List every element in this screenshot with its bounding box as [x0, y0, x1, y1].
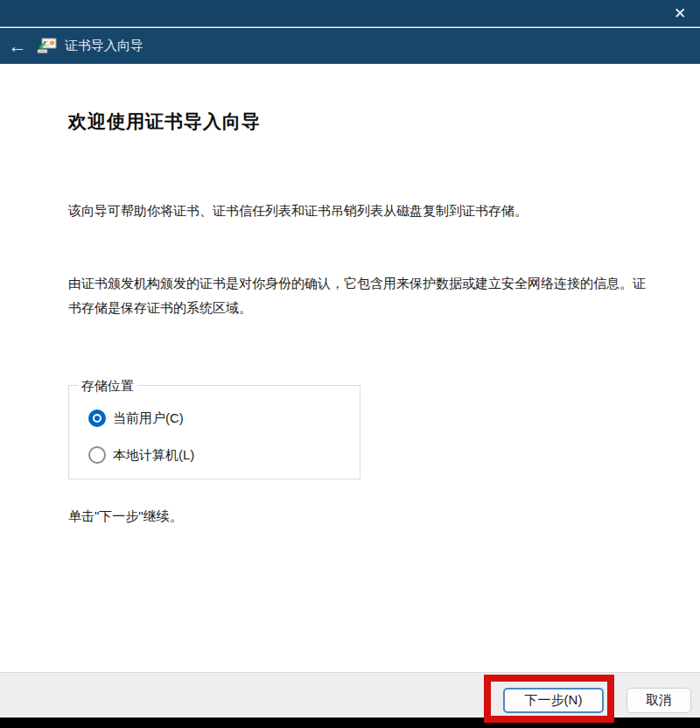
certificate-import-wizard-window: ✕ ← 证书导入向导 欢迎使用证书导入向导 该向导可帮助你将证书、证书信任列表和… [0, 0, 700, 728]
radio-current-user-label: 当前用户(C) [113, 410, 184, 427]
store-location-groupbox: 存储位置 当前用户(C) 本地计算机(L) [68, 385, 360, 480]
close-icon: ✕ [674, 6, 686, 21]
radio-local-machine[interactable]: 本地计算机(L) [88, 446, 360, 464]
wizard-page-content: 欢迎使用证书导入向导 该向导可帮助你将证书、证书信任列表和证书吊销列表从磁盘复制… [0, 64, 700, 672]
radio-local-machine-label: 本地计算机(L) [113, 447, 194, 464]
window-top-bar: ✕ [0, 0, 700, 27]
description-paragraph-1: 该向导可帮助你将证书、证书信任列表和证书吊销列表从磁盘复制到证书存储。 [68, 199, 646, 223]
radio-button-selected-icon[interactable] [88, 410, 106, 427]
cancel-button[interactable]: 取消 [626, 688, 691, 713]
page-title: 欢迎使用证书导入向导 [68, 109, 646, 134]
close-button[interactable]: ✕ [662, 0, 698, 26]
radio-button-unselected-icon[interactable] [88, 446, 106, 464]
click-next-note: 单击"下一步"继续。 [68, 508, 646, 525]
wizard-titlebar: ← 证书导入向导 [0, 28, 700, 64]
back-button[interactable]: ← [0, 37, 35, 55]
radio-current-user[interactable]: 当前用户(C) [88, 410, 360, 427]
bottom-black-bar [0, 718, 700, 728]
store-location-legend: 存储位置 [78, 378, 137, 395]
back-arrow-icon: ← [9, 36, 27, 56]
certificate-import-icon [37, 38, 58, 55]
window-title: 证书导入向导 [65, 38, 144, 54]
description-paragraph-2: 由证书颁发机构颁发的证书是对你身份的确认，它包含用来保护数据或建立安全网络连接的… [68, 271, 646, 320]
button-bar: 下一步(N) 取消 [0, 672, 700, 718]
next-button[interactable]: 下一步(N) [503, 688, 604, 713]
